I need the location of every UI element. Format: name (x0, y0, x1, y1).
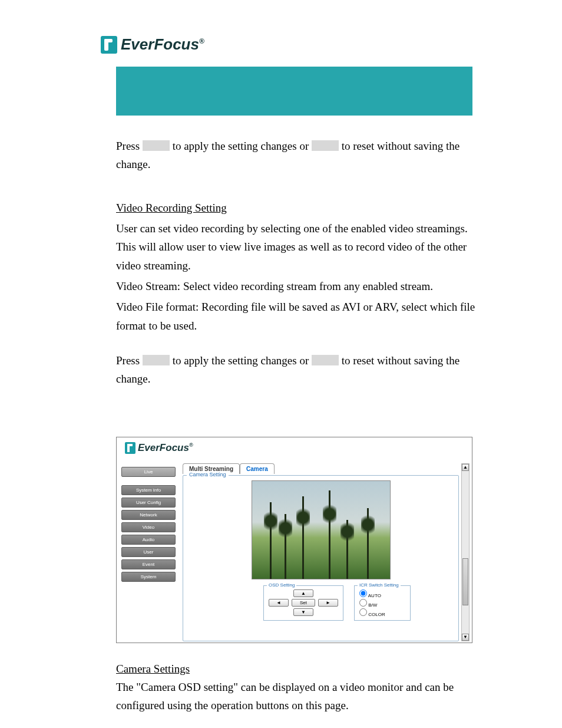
logo-text: EverFocus® (121, 35, 204, 54)
sidebar-item-event[interactable]: Event (121, 559, 176, 569)
apply-button-placeholder (143, 355, 170, 365)
icr-switch-group: ICR Switch Setting AUTO B/W COLOR (354, 585, 411, 621)
osd-set-button[interactable]: Set (292, 599, 315, 607)
scroll-down-button[interactable]: ▼ (462, 634, 469, 641)
sidebar-item-video[interactable]: Video (121, 522, 176, 532)
camera-preview (252, 480, 391, 579)
logo-text: EverFocus® (138, 442, 193, 454)
sidebar-item-user[interactable]: User (121, 547, 176, 557)
osd-right-button[interactable]: ► (318, 599, 338, 607)
logo-mark-icon (101, 36, 117, 54)
sidebar-item-audio[interactable]: Audio (121, 535, 176, 545)
sidebar-item-network[interactable]: Network (121, 510, 176, 520)
scroll-thumb[interactable] (462, 558, 468, 605)
icr-bw-radio[interactable]: B/W (359, 599, 405, 608)
press-apply-paragraph-2: Press to apply the setting changes or to… (116, 351, 485, 388)
sidebar-item-user-config[interactable]: User Config (121, 498, 176, 508)
video-recording-heading: Video Recording Setting (116, 199, 485, 217)
sidebar-item-live[interactable]: Live (121, 467, 176, 477)
logo-mark-icon (125, 442, 135, 454)
apply-button-placeholder (143, 140, 170, 151)
embedded-screenshot: EverFocus® Live System Info User Config … (116, 437, 472, 643)
reset-button-placeholder (312, 140, 339, 151)
sidebar-item-system-info[interactable]: System Info (121, 485, 176, 495)
fieldset-legend: Camera Setting (187, 472, 229, 477)
scroll-up-button[interactable]: ▲ (462, 464, 469, 471)
sidebar-item-system[interactable]: System (121, 572, 176, 582)
main-pane: Multi Streaming Camera Camera Setting OS… (176, 463, 461, 641)
body-text: Video Stream: Select video recording str… (116, 277, 485, 295)
icr-legend: ICR Switch Setting (358, 582, 401, 588)
brand-logo: EverFocus® (101, 35, 485, 54)
camera-setting-fieldset: Camera Setting OSD Setting ▲ ◄ Set (183, 475, 459, 641)
body-text: The "Camera OSD setting" can be displaye… (116, 678, 485, 715)
app-header: EverFocus® (117, 437, 472, 459)
body-text: User can set video recording by selectin… (116, 219, 485, 275)
osd-down-button[interactable]: ▼ (293, 608, 313, 616)
osd-setting-group: OSD Setting ▲ ◄ Set ► ▼ (263, 585, 343, 621)
body-text: Video File format: Recording file will b… (116, 298, 485, 335)
osd-legend: OSD Setting (267, 582, 296, 588)
camera-settings-heading: Camera Settings (116, 660, 485, 678)
vertical-scrollbar[interactable]: ▲ ▼ (461, 463, 470, 641)
press-apply-paragraph-1: Press to apply the setting changes or to… (116, 137, 485, 174)
icr-auto-radio[interactable]: AUTO (359, 589, 405, 599)
reset-button-placeholder (312, 355, 339, 365)
decorative-bar (116, 67, 472, 116)
tab-camera[interactable]: Camera (240, 463, 275, 474)
icr-color-radio[interactable]: COLOR (359, 608, 405, 618)
osd-left-button[interactable]: ◄ (269, 599, 289, 607)
osd-up-button[interactable]: ▲ (293, 589, 313, 597)
sidebar: Live System Info User Config Network Vid… (121, 467, 176, 641)
